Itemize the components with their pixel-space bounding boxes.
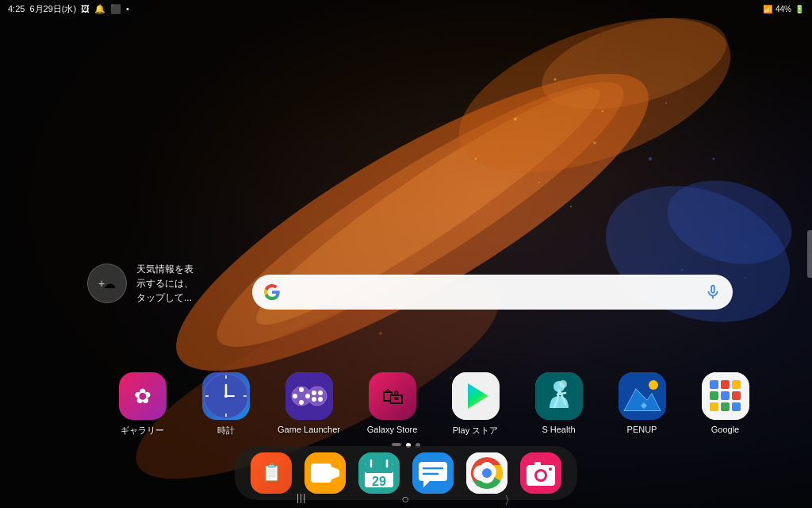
svg-point-22 — [745, 277, 746, 279]
app-penup[interactable]: PENUP — [604, 372, 680, 434]
svg-rect-52 — [710, 380, 718, 389]
svg-rect-59 — [721, 402, 730, 411]
app-shealth[interactable]: S Health — [521, 372, 596, 434]
svg-rect-55 — [710, 391, 718, 400]
app-grid: ✿ ギャラリー 時計 — [79, 372, 788, 437]
svg-point-13 — [649, 157, 652, 160]
gamelauncher-icon — [285, 372, 333, 420]
gallery-label: ギャラリー — [121, 425, 164, 437]
svg-rect-57 — [732, 391, 741, 400]
svg-point-41 — [318, 397, 323, 402]
svg-point-17 — [538, 182, 540, 183]
playstore-icon — [452, 372, 500, 420]
status-bar: 4:25 6月29日(水) 🖼 🔔 ⬛ • 📶 44% 🔋 — [0, 0, 812, 17]
dock-notes[interactable]: 📋 — [251, 452, 292, 494]
nav-back-button[interactable]: ||| — [297, 492, 306, 506]
svg-rect-71 — [419, 462, 447, 481]
galaxystore-label: Galaxy Store — [367, 425, 418, 434]
google-icon — [702, 372, 749, 420]
svg-point-20 — [665, 102, 667, 104]
svg-point-35 — [299, 400, 304, 405]
dock-calendar[interactable]: 29 — [358, 452, 400, 494]
svg-point-34 — [299, 387, 304, 392]
svg-point-16 — [379, 332, 382, 335]
svg-point-40 — [312, 397, 316, 402]
svg-text:29: 29 — [372, 475, 386, 488]
weather-add-icon[interactable]: + ☁ — [87, 264, 127, 303]
weather-widget[interactable]: + ☁ 天気情報を表示するには、タップして... — [87, 262, 193, 305]
svg-point-10 — [554, 79, 557, 81]
settings-icon: ⬛ — [110, 4, 121, 14]
playstore-label: Play ストア — [453, 425, 498, 437]
svg-point-37 — [305, 394, 310, 398]
svg-point-14 — [681, 269, 684, 271]
svg-point-36 — [293, 394, 297, 398]
nav-recent-button[interactable]: 〈 — [504, 492, 515, 506]
battery-icon: 🔋 — [795, 5, 804, 13]
dot-icon: • — [126, 4, 129, 13]
dock-messages[interactable] — [412, 452, 454, 494]
status-left: 4:25 6月29日(水) 🖼 🔔 ⬛ • — [8, 3, 129, 15]
status-date: 6月29日(水) — [29, 3, 76, 15]
dock-duo[interactable] — [304, 452, 346, 494]
svg-point-84 — [549, 468, 552, 471]
app-galaxystore[interactable]: 🛍 Galaxy Store — [354, 372, 430, 434]
svg-point-82 — [537, 471, 545, 479]
battery-percent: 44% — [776, 5, 791, 13]
svg-point-39 — [318, 391, 323, 395]
svg-point-38 — [312, 391, 316, 395]
status-time: 4:25 — [8, 4, 25, 13]
penup-label: PENUP — [627, 425, 657, 434]
svg-point-18 — [570, 206, 572, 207]
svg-point-12 — [475, 158, 477, 160]
svg-rect-54 — [732, 380, 741, 389]
shealth-icon — [535, 372, 583, 420]
galaxystore-icon: 🛍 — [369, 372, 416, 420]
svg-point-50 — [649, 380, 658, 390]
svg-point-9 — [514, 117, 517, 121]
google-label: Google — [711, 425, 739, 434]
svg-point-46 — [559, 380, 567, 388]
app-clock[interactable]: 時計 — [188, 372, 263, 437]
clock-label: 時計 — [217, 425, 235, 437]
svg-point-78 — [482, 468, 492, 478]
svg-rect-56 — [721, 391, 730, 400]
svg-rect-58 — [710, 402, 718, 411]
svg-rect-62 — [311, 464, 331, 483]
wifi-icon: 📶 — [763, 5, 772, 13]
svg-point-11 — [593, 141, 596, 144]
clock-icon — [202, 372, 250, 420]
svg-rect-83 — [534, 462, 541, 467]
status-right: 📶 44% 🔋 — [763, 5, 804, 13]
app-gallery[interactable]: ✿ ギャラリー — [105, 372, 180, 437]
shealth-label: S Health — [542, 425, 575, 434]
gallery-icon: ✿ — [119, 372, 167, 420]
svg-rect-53 — [721, 380, 730, 389]
svg-rect-60 — [732, 402, 741, 411]
dock-chrome[interactable] — [466, 452, 508, 494]
notification-icon: 🔔 — [94, 4, 105, 14]
app-google[interactable]: Google — [688, 372, 763, 434]
google-logo — [263, 283, 281, 301]
svg-point-19 — [602, 110, 604, 113]
svg-rect-66 — [365, 464, 393, 473]
edge-panel-handle[interactable] — [807, 230, 812, 278]
mic-icon[interactable] — [704, 283, 722, 301]
weather-text: 天気情報を表示するには、タップして... — [136, 262, 193, 305]
svg-point-21 — [713, 158, 715, 160]
svg-point-26 — [224, 394, 228, 398]
svg-point-33 — [308, 387, 327, 406]
gamelauncher-label: Game Launcher — [278, 425, 340, 434]
dock-camera[interactable] — [520, 452, 561, 494]
search-bar[interactable] — [252, 275, 733, 310]
photo-icon: 🖼 — [81, 4, 90, 13]
nav-home-button[interactable]: ○ — [401, 492, 409, 506]
app-playstore[interactable]: Play ストア — [438, 372, 513, 437]
penup-icon — [619, 372, 666, 420]
app-gamelauncher[interactable]: Game Launcher — [271, 372, 347, 434]
